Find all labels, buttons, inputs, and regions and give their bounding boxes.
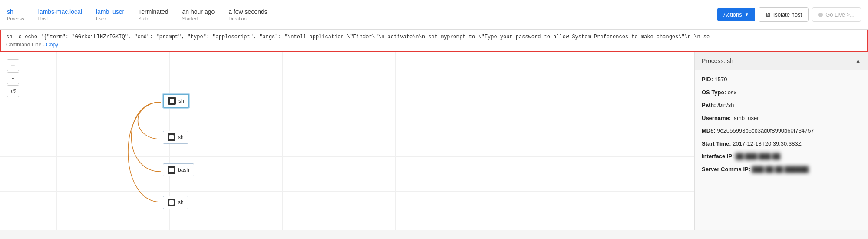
process-node-label: sh	[178, 199, 184, 206]
main-content: + - ↺ sh sh bash sh	[0, 52, 868, 230]
process-node-icon	[168, 166, 175, 174]
actions-label: Actions	[723, 11, 742, 18]
panel-row: Interface IP: ██ ███ ███ ██	[702, 152, 861, 161]
process-node-sh-2[interactable]: sh	[163, 131, 188, 144]
actions-chevron-icon: ▼	[745, 12, 749, 17]
field-value: a few seconds	[228, 8, 267, 15]
panel-row-value: 2017-12-18T20:39:30.383Z	[733, 140, 801, 147]
field-value: lamb_user	[96, 8, 124, 15]
process-node-sh-3[interactable]: sh	[163, 196, 188, 209]
field-label: Duration	[228, 16, 267, 21]
header-field-host: lambs-mac.localHost	[38, 8, 82, 21]
process-node-label: sh	[178, 134, 184, 140]
command-label: Command Line - Copy	[6, 42, 862, 48]
field-value: lambs-mac.local	[38, 8, 82, 15]
header-field-started: an hour agoStarted	[182, 8, 215, 21]
panel-title-label: Process:	[702, 57, 725, 64]
golive-button[interactable]: Go Live >...	[812, 7, 861, 22]
field-label: Host	[38, 16, 82, 21]
panel-row-label: PID:	[702, 76, 715, 83]
zoom-in-button[interactable]: +	[7, 59, 19, 71]
command-area: sh -c echo '{"term": "GGrkxiLINZrIGKIQ",…	[0, 30, 868, 52]
header-fields: shProcesslambs-mac.localHostlamb_userUse…	[7, 8, 717, 21]
graph-connections	[0, 52, 694, 230]
panel-title-value: sh	[727, 57, 733, 64]
field-label: State	[138, 16, 168, 21]
golive-label: Go Live >...	[825, 11, 855, 18]
panel-row-label: Path:	[702, 102, 717, 108]
process-node-icon-inner	[170, 99, 174, 103]
header-field-user: lamb_userUser	[96, 8, 124, 21]
process-node-label: bash	[178, 167, 189, 173]
header-bar: shProcesslambs-mac.localHostlamb_userUse…	[0, 0, 868, 30]
panel-header: Process: sh ▲	[695, 52, 868, 70]
panel-row: PID: 1570	[702, 75, 861, 84]
process-node-label: sh	[178, 98, 184, 104]
panel-body: PID: 1570OS Type: osxPath: /bin/shUserna…	[695, 70, 868, 183]
process-node-icon	[168, 133, 175, 141]
panel-row-value: 9e2055993b6cb3ad0f8990b60f734757	[717, 127, 814, 134]
panel-row-label: Server Comms IP:	[702, 166, 752, 173]
field-label: Process	[7, 16, 24, 21]
panel-row-label: MD5:	[702, 127, 717, 134]
panel-row-value: ██ ███ ███ ██	[736, 153, 780, 159]
process-node-sh-selected[interactable]: sh	[163, 94, 189, 108]
isolate-label: Isolate host	[773, 11, 802, 18]
process-node-icon	[168, 199, 175, 206]
panel-row-value: 1570	[715, 76, 727, 83]
reset-view-button[interactable]: ↺	[7, 85, 19, 97]
graph-area: + - ↺ sh sh bash sh	[0, 52, 694, 230]
panel-row: MD5: 9e2055993b6cb3ad0f8990b60f734757	[702, 126, 861, 135]
copy-link[interactable]: Copy	[46, 42, 58, 48]
isolate-icon: 🖥	[765, 11, 771, 18]
panel-row: Start Time: 2017-12-18T20:39:30.383Z	[702, 139, 861, 148]
field-value: sh	[7, 8, 24, 15]
header-actions: Actions ▼ 🖥 Isolate host Go Live >...	[717, 7, 861, 22]
right-panel: Process: sh ▲ PID: 1570OS Type: osxPath:…	[694, 52, 868, 230]
panel-row: Path: /bin/sh	[702, 101, 861, 110]
process-node-icon-inner	[169, 200, 174, 205]
panel-row-value: /bin/sh	[717, 102, 734, 108]
golive-circle-icon	[818, 13, 823, 17]
process-node-icon	[168, 97, 176, 105]
header-field-duration: a few secondsDuration	[228, 8, 267, 21]
panel-row-value: ███ ██ ██ ██████	[752, 166, 809, 173]
process-node-icon-inner	[169, 168, 174, 172]
panel-title: Process: sh	[702, 57, 733, 64]
process-node-bash[interactable]: bash	[163, 163, 194, 176]
process-node-icon-inner	[169, 135, 174, 139]
panel-row: OS Type: osx	[702, 88, 861, 97]
field-value: Terminated	[138, 8, 168, 15]
panel-row-label: OS Type:	[702, 89, 728, 96]
panel-row-value: lamb_user	[733, 115, 759, 121]
panel-row: Server Comms IP: ███ ██ ██ ██████	[702, 165, 861, 174]
panel-row-label: Username:	[702, 115, 733, 121]
graph-controls: + - ↺	[7, 59, 19, 97]
actions-button[interactable]: Actions ▼	[717, 8, 755, 21]
panel-row: Username: lamb_user	[702, 114, 861, 123]
field-label: Started	[182, 16, 215, 21]
header-field-state: TerminatedState	[138, 8, 168, 21]
field-label: User	[96, 16, 124, 21]
command-text: sh -c echo '{"term": "GGrkxiLINZrIGKIQ",…	[6, 34, 862, 40]
panel-row-label: Start Time:	[702, 140, 733, 147]
zoom-out-button[interactable]: -	[7, 72, 19, 84]
header-field-process: shProcess	[7, 8, 24, 21]
panel-row-label: Interface IP:	[702, 153, 736, 159]
field-value: an hour ago	[182, 8, 215, 15]
panel-row-value: osx	[728, 89, 736, 96]
isolate-host-button[interactable]: 🖥 Isolate host	[759, 7, 809, 22]
panel-collapse-button[interactable]: ▲	[855, 57, 861, 64]
